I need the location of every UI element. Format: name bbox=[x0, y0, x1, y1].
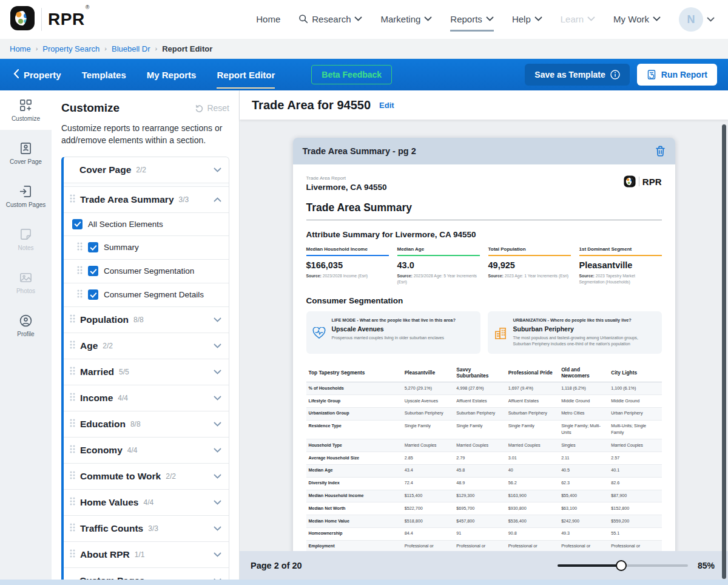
section-element-all-section-elements[interactable]: All Section Elements bbox=[64, 212, 229, 235]
save-as-template-button[interactable]: Save as Template bbox=[525, 64, 629, 86]
section-row-education[interactable]: Education8/8 bbox=[64, 411, 229, 437]
nav-item-home[interactable]: Home bbox=[256, 8, 280, 32]
account-menu[interactable]: N bbox=[679, 7, 715, 32]
trash-icon[interactable] bbox=[655, 146, 666, 157]
section-row-married[interactable]: Married5/5 bbox=[64, 359, 229, 385]
checkbox-checked[interactable] bbox=[72, 219, 83, 229]
section-row-about-rpr[interactable]: About RPR1/1 bbox=[64, 541, 229, 567]
checkbox-checked[interactable] bbox=[88, 289, 98, 300]
table-cell: $129,300 bbox=[454, 490, 506, 502]
rpr-logo[interactable]: RPR® bbox=[10, 5, 89, 33]
section-label: Economy bbox=[80, 445, 123, 456]
table-cell: 55.1 bbox=[608, 527, 661, 540]
drag-handle-icon[interactable] bbox=[70, 340, 75, 351]
section-element-consumer-segment-details[interactable]: Consumer Segment Details bbox=[64, 283, 229, 306]
nav-item-help[interactable]: Help bbox=[512, 8, 542, 32]
breadcrumb-item-home[interactable]: Home bbox=[10, 44, 31, 53]
section-row-income[interactable]: Income4/4 bbox=[64, 385, 229, 411]
drag-handle-icon[interactable] bbox=[70, 314, 75, 325]
table-header-cell: Top Tapestry Segments bbox=[306, 364, 402, 382]
section-row-age[interactable]: Age2/2 bbox=[64, 333, 229, 359]
sections-accordion: Cover Page2/2Trade Area Summary3/3All Se… bbox=[61, 157, 229, 580]
report-location: Livermore, CA 94550 bbox=[306, 183, 387, 192]
sidebar-item-custom-pages[interactable]: Custom Pages bbox=[0, 177, 52, 216]
checkbox-checked[interactable] bbox=[88, 242, 98, 252]
breadcrumb-separator: › bbox=[36, 45, 38, 52]
sidebar-item-customize[interactable]: Customize bbox=[0, 90, 52, 130]
table-cell: 40.1 bbox=[608, 464, 661, 477]
metric-value: 43.0 bbox=[397, 260, 480, 270]
chevron-down-icon bbox=[424, 16, 432, 21]
table-cell: 40.5 bbox=[559, 464, 608, 477]
section-row-population[interactable]: Population8/8 bbox=[64, 306, 229, 333]
metric-label: 1st Dominant Segment bbox=[579, 246, 662, 256]
nav-item-my-work[interactable]: My Work bbox=[613, 8, 661, 32]
nav-item-marketing[interactable]: Marketing bbox=[380, 8, 432, 32]
drag-handle-icon[interactable] bbox=[77, 242, 83, 253]
photos-icon bbox=[19, 271, 33, 285]
drag-handle-icon[interactable] bbox=[70, 419, 75, 430]
chevron-down-icon bbox=[214, 474, 221, 479]
nav-item-reports[interactable]: Reports bbox=[450, 8, 494, 32]
drag-handle-icon[interactable] bbox=[70, 497, 75, 508]
table-cell: 3.01 bbox=[506, 452, 559, 465]
section-row-trade-area-summary[interactable]: Trade Area Summary3/3 bbox=[64, 187, 229, 212]
drag-handle-icon[interactable] bbox=[70, 194, 75, 205]
zoom-level: 85% bbox=[698, 561, 715, 570]
element-label: Consumer Segmentation bbox=[104, 266, 194, 276]
section-count: 4/4 bbox=[118, 394, 214, 402]
section-label: About RPR bbox=[80, 549, 130, 560]
chevron-down-icon bbox=[214, 526, 221, 531]
drag-handle-icon[interactable] bbox=[70, 367, 75, 377]
table-cell: $930,800 bbox=[506, 502, 559, 515]
pagination-bar: Page 2 of 20 85% bbox=[240, 551, 728, 580]
drag-handle-icon[interactable] bbox=[70, 523, 75, 534]
zoom-slider[interactable] bbox=[558, 560, 688, 571]
drag-handle-icon[interactable] bbox=[70, 549, 75, 560]
chevron-down-icon bbox=[486, 16, 494, 21]
section-count: 1/1 bbox=[135, 550, 214, 559]
avatar[interactable]: N bbox=[679, 7, 703, 32]
breadcrumb-item-bluebell-dr[interactable]: Bluebell Dr bbox=[112, 44, 150, 53]
section-row-economy[interactable]: Economy4/4 bbox=[64, 437, 229, 463]
search-icon bbox=[298, 14, 308, 24]
beta-feedback-button[interactable]: Beta Feedback bbox=[311, 65, 392, 84]
row-label: Household Type bbox=[306, 439, 402, 452]
section-row-traffic-counts[interactable]: Traffic Counts3/3 bbox=[64, 515, 229, 541]
back-to-property-button[interactable]: Property bbox=[13, 69, 61, 80]
tab-my-reports[interactable]: My Reports bbox=[147, 61, 197, 89]
table-header-cell: Pleasantville bbox=[402, 364, 454, 382]
section-row-home-values[interactable]: Home Values4/4 bbox=[64, 489, 229, 515]
report-title-bar: Trade Area for 94550 Edit bbox=[240, 90, 728, 120]
section-row-commute-to-work[interactable]: Commute to Work2/2 bbox=[64, 463, 229, 489]
checkbox-checked[interactable] bbox=[88, 266, 98, 276]
drag-handle-icon[interactable] bbox=[77, 289, 83, 300]
chevron-down-icon bbox=[214, 500, 221, 505]
sidebar-item-cover-page[interactable]: Cover Page bbox=[0, 134, 52, 173]
sidebar-item-profile[interactable]: Profile bbox=[0, 306, 52, 345]
table-cell: Upscale Avenues bbox=[402, 395, 454, 408]
card-title: Trade Area Summary - pg 2 bbox=[303, 146, 416, 156]
tab-templates[interactable]: Templates bbox=[82, 61, 126, 89]
table-cell: $242,900 bbox=[559, 515, 608, 528]
reset-button[interactable]: Reset bbox=[195, 103, 229, 113]
nav-item-research[interactable]: Research bbox=[298, 8, 362, 32]
drag-handle-icon[interactable] bbox=[70, 393, 75, 404]
edit-link[interactable]: Edit bbox=[379, 101, 394, 110]
tab-report-editor[interactable]: Report Editor bbox=[217, 61, 275, 89]
vertical-scrollbar[interactable] bbox=[722, 124, 726, 579]
drag-handle-icon[interactable] bbox=[77, 266, 83, 277]
zoom-slider-thumb[interactable] bbox=[616, 560, 627, 571]
sidebar-item-photos: Photos bbox=[0, 263, 52, 302]
section-row-custom-pages[interactable]: Custom Pages bbox=[64, 567, 229, 580]
section-element-summary[interactable]: Summary bbox=[64, 235, 229, 259]
nav-item-label: Marketing bbox=[380, 14, 420, 24]
metric-1st-dominant-segment: 1st Dominant Segment Pleasantville Sourc… bbox=[579, 246, 662, 285]
breadcrumb-item-property-search[interactable]: Property Search bbox=[42, 44, 99, 53]
notes-icon bbox=[19, 228, 33, 242]
section-row-cover-page[interactable]: Cover Page2/2 bbox=[64, 157, 229, 183]
run-report-button[interactable]: Run Report bbox=[637, 64, 717, 86]
drag-handle-icon[interactable] bbox=[70, 471, 75, 482]
drag-handle-icon[interactable] bbox=[70, 445, 75, 456]
section-element-consumer-segmentation[interactable]: Consumer Segmentation bbox=[64, 259, 229, 283]
